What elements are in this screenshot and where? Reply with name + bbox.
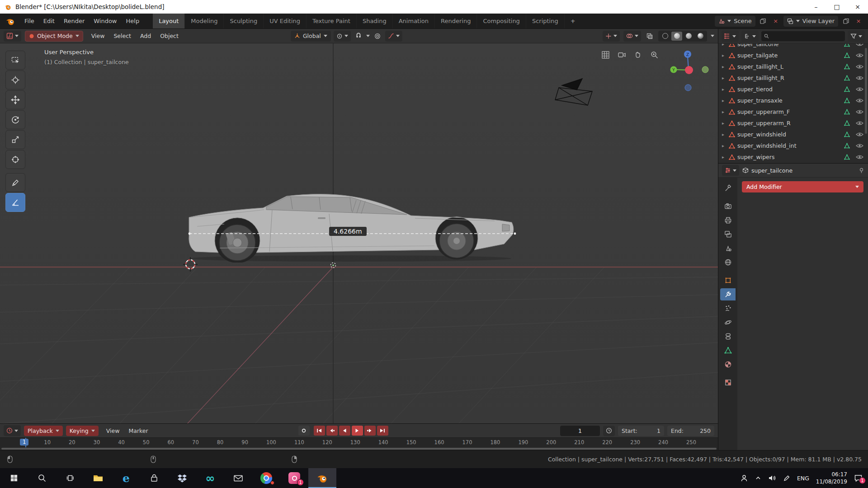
visibility-eye-icon[interactable] bbox=[856, 121, 863, 126]
workspace-tab[interactable]: Rendering bbox=[435, 14, 477, 28]
maximize-button[interactable]: □ bbox=[826, 0, 847, 14]
disclosure-triangle-icon[interactable]: ▸ bbox=[722, 155, 726, 160]
outliner-item[interactable]: ▸ super_upperarm_F bbox=[722, 106, 866, 117]
loop-app-button[interactable]: ∞ bbox=[196, 468, 224, 488]
chrome-button[interactable] bbox=[252, 468, 280, 488]
annotate-tool[interactable] bbox=[5, 173, 25, 192]
menu-item[interactable]: Object bbox=[156, 31, 183, 41]
snap-options-chevron-icon[interactable] bbox=[366, 35, 370, 37]
outliner-item[interactable]: ▸ super_transaxle bbox=[722, 95, 866, 106]
visibility-eye-icon[interactable] bbox=[856, 53, 863, 58]
grid-ortho-icon[interactable] bbox=[601, 51, 610, 59]
mode-dropdown[interactable]: Object Mode bbox=[25, 31, 83, 42]
blender-logo-icon[interactable] bbox=[5, 17, 15, 26]
pen-icon[interactable] bbox=[783, 474, 790, 482]
visibility-eye-icon[interactable] bbox=[856, 132, 863, 137]
visibility-eye-icon[interactable] bbox=[856, 64, 863, 69]
volume-icon[interactable] bbox=[768, 474, 776, 482]
frame-tick[interactable]: 100 bbox=[266, 439, 276, 446]
outliner-scrollbar[interactable] bbox=[865, 48, 867, 134]
frame-tick[interactable]: 30 bbox=[94, 439, 100, 446]
tab-constraints[interactable] bbox=[720, 330, 736, 343]
frame-tick[interactable]: 110 bbox=[294, 439, 304, 446]
shading-material-button[interactable] bbox=[683, 32, 694, 41]
scale-tool[interactable] bbox=[5, 130, 25, 149]
minimize-button[interactable]: – bbox=[806, 0, 826, 14]
outliner-display-mode[interactable] bbox=[741, 31, 759, 42]
frame-tick[interactable]: 230 bbox=[630, 439, 640, 446]
frame-end-field[interactable]: End: 250 bbox=[667, 426, 714, 436]
tab-scene[interactable] bbox=[720, 242, 736, 254]
frame-tick[interactable]: 20 bbox=[69, 439, 75, 446]
visibility-eye-icon[interactable] bbox=[856, 109, 863, 114]
disclosure-triangle-icon[interactable]: ▸ bbox=[722, 98, 726, 103]
menu-item[interactable]: Add bbox=[136, 31, 156, 41]
outliner-item[interactable]: ▸ super_tierod bbox=[722, 84, 866, 95]
new-view-layer-button[interactable] bbox=[841, 16, 851, 26]
frame-tick[interactable]: 1 bbox=[20, 439, 28, 446]
properties-editor-selector[interactable] bbox=[722, 165, 739, 176]
unlink-scene-button[interactable]: × bbox=[771, 16, 781, 26]
tab-world[interactable] bbox=[720, 256, 736, 268]
rotate-tool[interactable] bbox=[5, 110, 25, 129]
workspace-tab[interactable]: Modeling bbox=[185, 14, 224, 28]
frame-tick[interactable]: 220 bbox=[602, 439, 612, 446]
workspace-tab[interactable]: Texture Paint bbox=[307, 14, 357, 28]
workspace-tab[interactable]: UV Editing bbox=[264, 14, 307, 28]
dropbox-button[interactable] bbox=[168, 468, 196, 488]
workspace-tab[interactable]: Sculpting bbox=[224, 14, 264, 28]
scene-selector[interactable]: Scene bbox=[715, 16, 755, 27]
disclosure-triangle-icon[interactable]: ▸ bbox=[722, 53, 726, 58]
move-tool[interactable] bbox=[5, 90, 25, 109]
shading-solid-button[interactable] bbox=[671, 32, 682, 41]
taskbar-clock[interactable]: 06:17 11/08/2019 bbox=[816, 471, 847, 485]
disclosure-triangle-icon[interactable]: ▸ bbox=[722, 64, 726, 69]
disclosure-triangle-icon[interactable]: ▸ bbox=[722, 44, 726, 47]
car-model[interactable] bbox=[184, 150, 518, 263]
outliner-item[interactable]: ▸ super_wipers bbox=[722, 151, 866, 163]
frame-tick[interactable]: 210 bbox=[574, 439, 584, 446]
frame-tick[interactable]: 120 bbox=[322, 439, 332, 446]
playback-dropdown[interactable]: Playback bbox=[24, 426, 63, 436]
menu-item[interactable]: Window bbox=[89, 16, 121, 26]
frame-tick[interactable]: 250 bbox=[686, 439, 696, 446]
start-button[interactable] bbox=[0, 468, 28, 488]
jump-to-end-button[interactable] bbox=[377, 426, 388, 436]
outliner-item[interactable]: ▸ super_taillight_L bbox=[722, 61, 866, 72]
frame-tick[interactable]: 10 bbox=[44, 439, 51, 446]
visibility-eye-icon[interactable] bbox=[856, 75, 863, 80]
photo-app-button[interactable]: 1 bbox=[280, 468, 308, 488]
frame-tick[interactable]: 90 bbox=[241, 439, 248, 446]
language-indicator[interactable]: ENG bbox=[797, 475, 809, 482]
tab-active-tool[interactable] bbox=[720, 182, 736, 194]
menu-item[interactable]: File bbox=[20, 16, 39, 26]
frame-tick[interactable]: 70 bbox=[192, 439, 199, 446]
camera-view-icon[interactable] bbox=[618, 51, 626, 59]
shading-wireframe-button[interactable] bbox=[660, 32, 670, 41]
action-center-button[interactable]: 1 bbox=[854, 474, 863, 482]
timeline-ruler[interactable]: 1102030405060708090100110120130140150160… bbox=[0, 437, 718, 450]
prev-keyframe-button[interactable] bbox=[326, 426, 338, 436]
select-box-tool[interactable] bbox=[5, 51, 25, 70]
disclosure-triangle-icon[interactable]: ▸ bbox=[722, 75, 726, 80]
store-button[interactable] bbox=[140, 468, 168, 488]
workspace-tab[interactable]: Compositing bbox=[477, 14, 526, 28]
outliner-item[interactable]: ▸ super_taillight_R bbox=[722, 72, 866, 84]
proportional-falloff-dropdown[interactable] bbox=[385, 31, 402, 42]
timeline-editor-selector[interactable] bbox=[4, 425, 21, 436]
frame-tick[interactable]: 140 bbox=[378, 439, 388, 446]
xray-toggle[interactable] bbox=[645, 31, 655, 41]
remove-view-layer-button[interactable]: × bbox=[854, 16, 863, 26]
tab-view-layer[interactable] bbox=[720, 228, 736, 240]
frame-tick[interactable]: 80 bbox=[217, 439, 224, 446]
outliner-item[interactable]: ▸ super_tailcone bbox=[722, 44, 866, 50]
current-frame-field[interactable]: 1 bbox=[560, 426, 600, 436]
close-button[interactable]: × bbox=[847, 0, 868, 14]
transform-tool[interactable] bbox=[5, 150, 25, 169]
frame-tick[interactable]: 50 bbox=[143, 439, 150, 446]
blender-taskbar-button[interactable] bbox=[308, 468, 336, 488]
timeline-scrollbar[interactable] bbox=[1, 448, 717, 450]
tab-modifiers[interactable] bbox=[720, 288, 736, 300]
tab-object[interactable] bbox=[720, 274, 736, 286]
navigation-gizmo[interactable]: Z Y bbox=[669, 50, 710, 93]
